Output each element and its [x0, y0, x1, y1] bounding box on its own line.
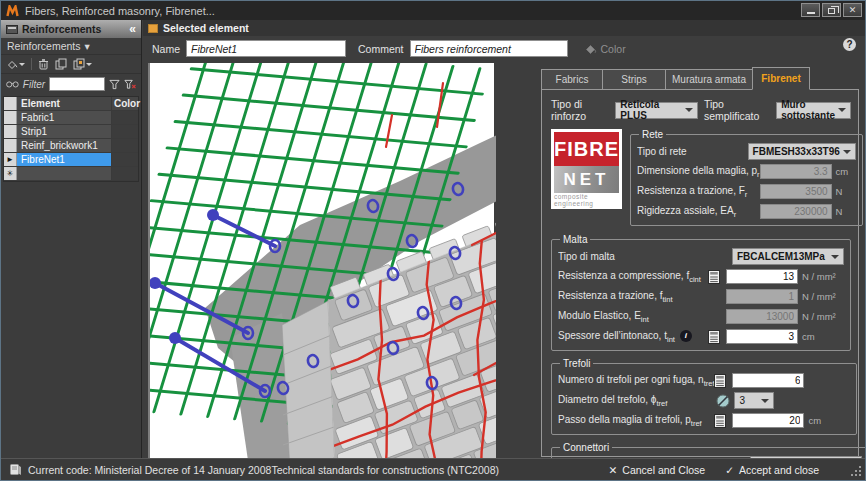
sidebar-toolbar: [1, 55, 141, 74]
selected-value: 3: [739, 395, 745, 406]
tab-muratura-armata[interactable]: Muratura armata: [665, 69, 753, 89]
dropdown-arrow-icon: [19, 63, 25, 66]
label-subscript: int: [641, 315, 649, 324]
field-label: Resistenza a compressione, fcint: [558, 270, 708, 284]
label-subscript: int: [667, 335, 675, 344]
field-resistenza-compressione: Resistenza a compressione, fcint N / mm²: [558, 267, 844, 286]
minimize-button[interactable]: [801, 3, 820, 17]
tipo-malta-select[interactable]: FBCALCEM13MPa: [732, 248, 844, 265]
field-label: Modulo Elastico, Eint: [558, 310, 708, 324]
accept-icon: ✓: [725, 464, 734, 476]
unit-label: cm: [836, 166, 856, 177]
field-label: Rigidezza assiale, EAr: [637, 205, 760, 219]
row-selector[interactable]: [4, 111, 17, 124]
dimensione-maglia-input: [760, 164, 832, 179]
rigidezza-assiale-input: [760, 204, 832, 219]
tab-strips[interactable]: Strips: [602, 69, 666, 89]
table-row[interactable]: Fabric1: [4, 111, 138, 125]
connettori-group-title: Connettori: [560, 442, 612, 453]
name-comment-row: Name Comment Color: [143, 36, 865, 61]
diameter-icon: [716, 394, 730, 408]
name-input[interactable]: [186, 40, 346, 57]
selected-value: Muro sottostante: [781, 99, 835, 121]
copy-with-options-button[interactable]: [73, 58, 92, 70]
color-column-header[interactable]: Color: [111, 97, 138, 110]
label-text: Resistenza a trazione, f: [558, 290, 663, 301]
passo-maglia-input[interactable]: [732, 413, 804, 428]
panel-icon: [6, 24, 18, 34]
diametro-trefolo-select[interactable]: 3: [734, 392, 774, 409]
table-row[interactable]: Reinf_brickwork1: [4, 139, 138, 153]
comment-label: Comment: [358, 43, 404, 55]
field-label: Spessore dell’intonaco, tinti: [558, 330, 708, 344]
field-tipo-di-rete: Tipo di rete FBMESH33x33T96: [637, 142, 856, 161]
fill-color-button[interactable]: [6, 59, 25, 70]
accept-and-close-button[interactable]: ✓ Accept and close: [725, 464, 819, 476]
help-button[interactable]: ?: [843, 38, 856, 51]
window-title: Fibers, Reinforced masonry, Fibrenet...: [25, 5, 215, 17]
element-table: Element Color Fabric1 Strip1 Reinf_brick…: [3, 96, 139, 182]
row-selector[interactable]: [4, 125, 17, 138]
element-name: Reinf_brickwork1: [17, 139, 111, 152]
close-icon: ✕: [849, 5, 857, 15]
element-name: [17, 167, 111, 180]
info-icon[interactable]: i: [680, 330, 692, 342]
malta-group-title: Malta: [560, 234, 590, 245]
copy-button[interactable]: [55, 58, 67, 70]
tipo-rinforzo-select[interactable]: Reticola PLUS: [615, 102, 698, 119]
resize-grip[interactable]: [850, 465, 861, 476]
selected-row-marker[interactable]: ►: [4, 153, 17, 166]
table-row[interactable]: Strip1: [4, 125, 138, 139]
calculator-icon[interactable]: [714, 414, 726, 428]
comment-input[interactable]: [410, 40, 568, 57]
trefoli-group: Trefoli Numero di trefoli per ogni fuga,…: [551, 358, 857, 435]
label-text: Dimensione della maglia, p: [637, 165, 757, 176]
table-row-selected[interactable]: ► FibreNet1: [4, 153, 138, 167]
field-label: Tipo di rete: [637, 146, 748, 157]
filter-input[interactable]: [49, 77, 105, 91]
field-label: Numero di trefoli per ogni fuga, ntref: [558, 374, 714, 388]
modulo-elastico-input: [726, 309, 798, 324]
reinforcements-menu[interactable]: Reinforcements ▾: [1, 38, 141, 55]
spessore-intonaco-input[interactable]: [726, 329, 798, 344]
calculator-icon[interactable]: [708, 330, 720, 344]
filter-icon[interactable]: [109, 79, 120, 90]
field-spessore-intonaco: Spessore dell’intonaco, tinti cm: [558, 327, 844, 346]
label-text: Diametro del trefolo, ϕ: [558, 394, 656, 405]
new-row[interactable]: ✳: [4, 167, 138, 181]
resistenza-trazione-malta-input: [726, 289, 798, 304]
row-selector[interactable]: [4, 139, 17, 152]
close-button[interactable]: ✕: [843, 3, 862, 17]
delete-button[interactable]: [38, 58, 49, 70]
clear-filter-icon[interactable]: [124, 79, 136, 90]
logo-tagline: composite engineering: [554, 193, 619, 207]
tab-fibrenet[interactable]: Fibrenet: [752, 67, 810, 90]
label-subscript: r: [745, 190, 748, 199]
masonry-wall-illustration: [150, 63, 496, 459]
new-row-marker[interactable]: ✳: [4, 167, 17, 180]
restore-button[interactable]: [822, 3, 841, 17]
element-column-header[interactable]: Element: [17, 97, 111, 110]
field-dimensione-maglia: Dimensione della maglia, pr cm: [637, 162, 856, 181]
numero-trefoli-input[interactable]: [732, 373, 804, 388]
resistenza-compressione-input[interactable]: [726, 269, 798, 284]
selected-element-icon: [148, 24, 158, 33]
rete-group: Rete Tipo di rete FBMESH33x33T96 Dimensi…: [630, 129, 863, 226]
calculator-icon[interactable]: [714, 374, 726, 388]
field-modulo-elastico: Modulo Elastico, Eint N / mm²: [558, 307, 844, 326]
malta-group: Malta Tipo di malta FBCALCEM13MPa Resist…: [551, 234, 851, 351]
label-subscript: tref: [704, 379, 715, 388]
window-controls: ✕: [801, 3, 862, 17]
tab-fabrics[interactable]: Fabrics: [541, 69, 603, 89]
collapse-panel-icon[interactable]: «: [129, 23, 136, 35]
tipo-rete-select[interactable]: FBMESH33x33T96: [748, 143, 856, 160]
tipo-semplificato-select[interactable]: Muro sottostante: [776, 102, 851, 119]
row-selector-header: [4, 97, 17, 110]
color-button-label: Color: [601, 43, 626, 55]
reinforcement-tabs: Fabrics Strips Muratura armata Fibrenet: [541, 67, 809, 89]
color-button[interactable]: Color: [584, 43, 626, 55]
field-label: Tipo di malta: [558, 251, 732, 262]
menu-label: Reinforcements: [7, 40, 81, 52]
calculator-icon[interactable]: [708, 270, 720, 284]
cancel-and-close-button[interactable]: ✕ Cancel and Close: [609, 464, 706, 476]
